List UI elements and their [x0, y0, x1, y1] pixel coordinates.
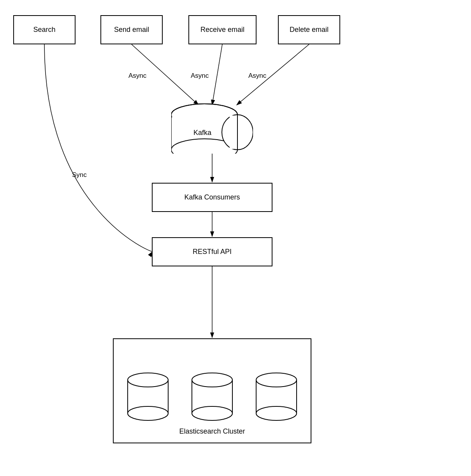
svg-point-31 — [256, 406, 297, 420]
svg-point-26 — [192, 406, 232, 420]
svg-point-21 — [128, 406, 168, 420]
receive-email-box: Receive email — [188, 15, 257, 44]
receive-email-label: Receive email — [200, 26, 244, 34]
search-box: Search — [13, 15, 76, 44]
svg-text:Kafka: Kafka — [193, 129, 212, 136]
delete-email-box: Delete email — [278, 15, 340, 44]
restful-api-label: RESTful API — [193, 248, 232, 256]
diagram-container: Search Send email Receive email Delete e… — [0, 0, 471, 476]
elasticsearch-cluster-box: Elasticsearch Cluster — [113, 338, 311, 443]
async-label-1: Async — [128, 72, 146, 80]
db-cylinder-1 — [127, 371, 169, 422]
search-label: Search — [33, 26, 55, 34]
svg-line-2 — [212, 44, 222, 105]
db-cylinder-3 — [255, 371, 298, 422]
db-cylinder-2 — [191, 371, 234, 422]
kafka-consumers-box: Kafka Consumers — [152, 183, 272, 212]
send-email-label: Send email — [114, 26, 149, 34]
send-email-box: Send email — [100, 15, 163, 44]
sync-label: Sync — [72, 171, 87, 179]
async-label-2: Async — [191, 72, 209, 80]
async-label-3: Async — [248, 72, 266, 80]
elasticsearch-cluster-label: Elasticsearch Cluster — [179, 427, 245, 436]
svg-line-3 — [237, 44, 309, 105]
kafka-cylinder: Kafka — [171, 103, 253, 154]
restful-api-box: RESTful API — [152, 237, 272, 266]
kafka-consumers-label: Kafka Consumers — [184, 193, 240, 201]
delete-email-label: Delete email — [290, 26, 329, 34]
svg-rect-13 — [230, 116, 237, 149]
